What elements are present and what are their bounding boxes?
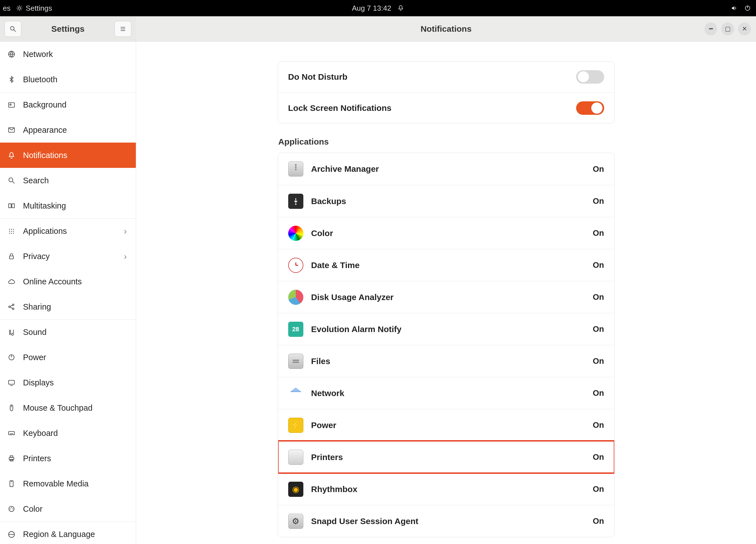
cloud-icon: [7, 277, 16, 286]
sidebar-item-notifications[interactable]: Notifications: [0, 143, 136, 168]
sidebar-item-multitasking[interactable]: Multitasking: [0, 193, 136, 218]
app-status: On: [593, 420, 604, 430]
sidebar-item-background[interactable]: Background: [0, 92, 136, 117]
settings-icon: [16, 5, 23, 12]
power-menu-icon[interactable]: [744, 5, 751, 12]
settings-window: Settings NetworkBluetoothBackgroundAppea…: [0, 16, 756, 544]
svg-rect-52: [295, 169, 296, 170]
bell-icon: [7, 151, 16, 159]
app-name: Power: [311, 420, 585, 430]
sidebar-item-applications[interactable]: Applications›: [0, 218, 136, 244]
toggle-switch[interactable]: [576, 101, 604, 115]
sidebar-item-privacy[interactable]: Privacy›: [0, 244, 136, 269]
sidebar-item-online-accounts[interactable]: Online Accounts: [0, 269, 136, 294]
svg-point-48: [10, 508, 11, 509]
sidebar-item-label: Notifications: [23, 151, 67, 160]
toggle-switch[interactable]: [576, 70, 604, 84]
sidebar-item-region-language[interactable]: Region & Language: [0, 522, 136, 544]
toggle-row-lock-screen-notifications: Lock Screen Notifications: [278, 92, 614, 123]
svg-point-47: [12, 508, 13, 509]
app-name: Disk Usage Analyzer: [311, 292, 585, 302]
sidebar-search-button[interactable]: [4, 21, 21, 37]
app-row-files[interactable]: FilesOn: [278, 345, 614, 377]
app-status: On: [593, 292, 604, 302]
sidebar-item-printers[interactable]: Printers: [0, 446, 136, 471]
menubar-center[interactable]: Aug 7 13:42: [352, 4, 404, 13]
app-row-snapd-user-session-agent[interactable]: ⚙Snapd User Session AgentOn: [278, 505, 614, 537]
background-icon: [7, 101, 16, 109]
app-status: On: [593, 196, 604, 206]
global-toggles-panel: Do Not DisturbLock Screen Notifications: [278, 61, 615, 124]
app-row-power[interactable]: ⚡PowerOn: [278, 409, 614, 441]
sidebar-item-label: Network: [23, 50, 53, 59]
toggle-row-do-not-disturb: Do Not Disturb: [278, 61, 614, 92]
app-row-disk-usage-analyzer[interactable]: Disk Usage AnalyzerOn: [278, 281, 614, 313]
sidebar-item-bluetooth[interactable]: Bluetooth: [0, 67, 136, 92]
search-icon: [7, 176, 16, 185]
svg-rect-51: [295, 166, 296, 168]
svg-point-0: [18, 7, 20, 9]
app-name: Rhythmbox: [311, 484, 585, 494]
content-header: Notifications ━ ▢ ✕: [136, 16, 756, 42]
sidebar-item-appearance[interactable]: Appearance: [0, 117, 136, 143]
svg-point-53: [295, 203, 296, 205]
sidebar-item-mouse-touchpad[interactable]: Mouse & Touchpad: [0, 395, 136, 420]
svg-point-22: [9, 233, 10, 234]
sidebar-item-label: Color: [23, 504, 42, 514]
svg-rect-56: [292, 360, 299, 361]
app-icon: ⚡: [288, 418, 303, 433]
sidebar-item-displays[interactable]: Displays: [0, 370, 136, 395]
window-minimize-button[interactable]: ━: [704, 22, 717, 35]
app-row-network[interactable]: NetworkOn: [278, 377, 614, 409]
window-maximize-button[interactable]: ▢: [721, 22, 734, 35]
app-row-color[interactable]: ColorOn: [278, 217, 614, 249]
app-row-archive-manager[interactable]: Archive ManagerOn: [278, 153, 614, 185]
app-row-date-time[interactable]: Date & TimeOn: [278, 249, 614, 281]
svg-rect-38: [9, 431, 15, 435]
applications-heading: Applications: [278, 137, 615, 147]
app-status: On: [593, 388, 604, 398]
sidebar-item-label: Privacy: [23, 252, 50, 261]
system-menubar: es Settings Aug 7 13:42: [0, 0, 756, 16]
svg-point-10: [10, 104, 11, 105]
chevron-right-icon: ›: [124, 251, 127, 262]
sidebar-item-keyboard[interactable]: Keyboard: [0, 420, 136, 446]
printer-icon: [7, 454, 16, 463]
keyboard-icon: [7, 429, 16, 437]
app-name: Date & Time: [311, 260, 585, 270]
hamburger-icon: [120, 26, 126, 32]
region-icon: [7, 530, 16, 539]
svg-point-24: [13, 233, 14, 234]
sidebar-item-removable-media[interactable]: Removable Media: [0, 471, 136, 496]
sidebar-item-power[interactable]: Power: [0, 345, 136, 370]
sound-icon: [7, 328, 16, 337]
app-row-printers[interactable]: PrintersOn: [278, 441, 614, 473]
app-row-evolution-alarm-notify[interactable]: 28Evolution Alarm NotifyOn: [278, 313, 614, 345]
main-area: Do Not DisturbLock Screen Notifications …: [136, 42, 756, 537]
svg-point-45: [9, 506, 14, 512]
sidebar-item-color[interactable]: Color: [0, 496, 136, 522]
volume-icon[interactable]: [731, 5, 737, 12]
sidebar-item-sharing[interactable]: Sharing: [0, 294, 136, 319]
sidebar-item-search[interactable]: Search: [0, 168, 136, 193]
sidebar-item-label: Multitasking: [23, 201, 66, 211]
svg-point-20: [11, 231, 12, 232]
svg-line-29: [10, 305, 12, 307]
app-row-rhythmbox[interactable]: ◉RhythmboxOn: [278, 473, 614, 505]
window-close-button[interactable]: ✕: [738, 22, 751, 35]
app-name: Network: [311, 388, 585, 398]
sidebar-item-sound[interactable]: Sound: [0, 319, 136, 345]
svg-point-18: [13, 229, 14, 230]
search-icon: [9, 25, 17, 33]
app-icon: 28: [288, 322, 303, 337]
settings-sidebar: Settings NetworkBluetoothBackgroundAppea…: [0, 16, 136, 544]
color-icon: [7, 505, 16, 513]
svg-point-46: [11, 507, 12, 508]
sidebar-item-network[interactable]: Network: [0, 42, 136, 67]
activities-fragment[interactable]: es: [3, 4, 10, 13]
page-title: Notifications: [421, 24, 472, 34]
app-row-backups[interactable]: BackupsOn: [278, 185, 614, 217]
sidebar-menu-button[interactable]: [114, 21, 131, 37]
app-indicator[interactable]: Settings: [16, 4, 52, 13]
sidebar-item-label: Applications: [23, 227, 67, 236]
